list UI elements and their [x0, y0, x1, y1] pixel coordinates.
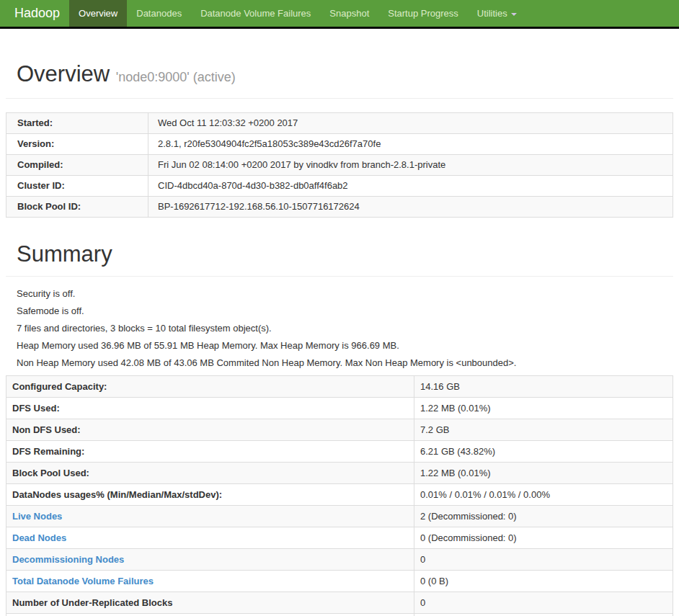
summary-line-4: Non Heap Memory used 42.08 MB of 43.06 M…: [17, 358, 673, 367]
nav-link-snapshot[interactable]: Snapshot: [320, 0, 378, 27]
table-row-dfs-remaining: DFS Remaining:6.21 GB (43.82%): [6, 441, 673, 463]
nav-label: Datanodes: [136, 8, 182, 19]
row-label: Number of Under-Replicated Blocks: [6, 592, 414, 614]
table-row-non-dfs-used: Non DFS Used:7.2 GB: [6, 419, 673, 441]
table-row-number-of-under-replicated-blocks: Number of Under-Replicated Blocks0: [6, 592, 673, 614]
row-label: Started:: [6, 113, 148, 134]
row-label: Live Nodes: [6, 506, 414, 527]
row-value: CID-4dbcd40a-870d-4d30-b382-db0aff4f6ab2: [148, 176, 673, 197]
row-value: 1.22 MB (0.01%): [414, 398, 673, 419]
row-value: 7.2 GB: [414, 419, 673, 441]
nav-item-startup-progress[interactable]: Startup Progress: [378, 0, 468, 27]
nav-label: Snapshot: [329, 8, 369, 19]
row-value: 0: [414, 549, 673, 571]
row-value: 0 (0 B): [414, 571, 673, 592]
row-value: 0: [414, 614, 673, 616]
summary-table: Configured Capacity:14.16 GBDFS Used:1.2…: [6, 375, 673, 616]
nav-label: Overview: [79, 8, 117, 19]
namenode-info-table-body: Started:Wed Oct 11 12:03:32 +0200 2017Ve…: [6, 113, 673, 218]
brand-hadoop[interactable]: Hadoop: [5, 0, 69, 27]
row-value: 6.21 GB (43.82%): [414, 441, 673, 463]
nav-link-startup-progress[interactable]: Startup Progress: [378, 0, 468, 27]
row-value: Fri Jun 02 08:14:00 +0200 2017 by vinodk…: [148, 155, 673, 176]
table-row-compiled: Compiled:Fri Jun 02 08:14:00 +0200 2017 …: [6, 155, 673, 176]
namenode-address: 'node0:9000' (active): [116, 70, 236, 84]
row-value: 0.01% / 0.01% / 0.01% / 0.00%: [414, 484, 673, 506]
row-label: Block Pool Used:: [6, 463, 414, 484]
table-row-configured-capacity: Configured Capacity:14.16 GB: [6, 376, 673, 398]
table-row-dfs-used: DFS Used:1.22 MB (0.01%): [6, 398, 673, 419]
row-value: 2 (Decommissioned: 0): [414, 506, 673, 527]
row-value: 14.16 GB: [414, 376, 673, 398]
nav-link-utilities[interactable]: Utilities: [468, 0, 526, 27]
nav-link-datanodes[interactable]: Datanodes: [127, 0, 191, 27]
summary-table-body: Configured Capacity:14.16 GBDFS Used:1.2…: [6, 376, 673, 616]
row-label: Cluster ID:: [6, 176, 148, 197]
decommissioning-nodes-link[interactable]: Decommissioning Nodes: [12, 554, 124, 565]
summary-title: Summary: [17, 242, 673, 267]
summary-text-block: Security is off.Safemode is off.7 files …: [6, 289, 673, 367]
row-label: DFS Used:: [6, 398, 414, 419]
row-label: Decommissioning Nodes: [6, 549, 414, 571]
table-row-block-pool-used: Block Pool Used:1.22 MB (0.01%): [6, 463, 673, 484]
row-label: DataNodes usages% (Min/Median/Max/stdDev…: [6, 484, 414, 506]
nav-label: Startup Progress: [388, 8, 458, 19]
summary-line-3: Heap Memory used 36.96 MB of 55.91 MB He…: [17, 341, 673, 350]
page-title-text: Overview: [17, 61, 110, 86]
table-row-started: Started:Wed Oct 11 12:03:32 +0200 2017: [6, 113, 673, 134]
nav-item-overview[interactable]: Overview: [69, 0, 127, 27]
table-row-decommissioning-nodes: Decommissioning Nodes0: [6, 549, 673, 571]
namenode-info-table: Started:Wed Oct 11 12:03:32 +0200 2017Ve…: [6, 112, 673, 218]
navbar-menu: OverviewDatanodesDatanode Volume Failure…: [69, 0, 526, 27]
table-row-cluster-id: Cluster ID:CID-4dbcd40a-870d-4d30-b382-d…: [6, 176, 673, 197]
table-row-live-nodes: Live Nodes2 (Decommissioned: 0): [6, 506, 673, 527]
summary-line-2: 7 files and directories, 3 blocks = 10 t…: [17, 323, 673, 333]
row-label: Configured Capacity:: [6, 376, 414, 398]
row-label: Block Pool ID:: [6, 197, 148, 218]
table-row-total-datanode-volume-failures: Total Datanode Volume Failures0 (0 B): [6, 571, 673, 592]
page-title: Overview 'node0:9000' (active): [17, 62, 673, 89]
table-row-datanodes-usages-min-median-max-stddev: DataNodes usages% (Min/Median/Max/stdDev…: [6, 484, 673, 506]
table-row-dead-nodes: Dead Nodes0 (Decommissioned: 0): [6, 527, 673, 549]
nav-item-snapshot[interactable]: Snapshot: [320, 0, 378, 27]
nav-label: Utilities: [477, 8, 507, 19]
dead-nodes-link[interactable]: Dead Nodes: [12, 532, 66, 543]
row-label: Compiled:: [6, 155, 148, 176]
live-nodes-link[interactable]: Live Nodes: [12, 511, 62, 522]
nav-item-datanode-volume-failures[interactable]: Datanode Volume Failures: [191, 0, 320, 27]
row-value: Wed Oct 11 12:03:32 +0200 2017: [148, 113, 673, 134]
row-label: Total Datanode Volume Failures: [6, 571, 414, 592]
row-value: 2.8.1, r20fe5304904fc2f5a18053c389e43cd2…: [148, 134, 673, 155]
overview-header: Overview 'node0:9000' (active): [6, 62, 673, 99]
table-row-number-of-blocks-pending-deletion: Number of Blocks Pending Deletion0: [6, 614, 673, 616]
summary-line-1: Safemode is off.: [17, 306, 673, 316]
row-value: 0: [414, 592, 673, 614]
row-value: 0 (Decommissioned: 0): [414, 527, 673, 549]
row-label: DFS Remaining:: [6, 441, 414, 463]
row-value: BP-1692617712-192.168.56.10-150771617262…: [148, 197, 673, 218]
row-label: Version:: [6, 134, 148, 155]
table-row-version: Version:2.8.1, r20fe5304904fc2f5a18053c3…: [6, 134, 673, 155]
table-row-block-pool-id: Block Pool ID:BP-1692617712-192.168.56.1…: [6, 197, 673, 218]
main-content: Overview 'node0:9000' (active) Started:W…: [0, 62, 679, 616]
row-label: Number of Blocks Pending Deletion: [6, 614, 414, 616]
nav-label: Datanode Volume Failures: [200, 8, 311, 19]
nav-link-datanode-volume-failures[interactable]: Datanode Volume Failures: [191, 0, 320, 27]
total-datanode-volume-failures-link[interactable]: Total Datanode Volume Failures: [12, 576, 154, 586]
summary-line-0: Security is off.: [17, 289, 673, 298]
row-label: Non DFS Used:: [6, 419, 414, 441]
nav-link-overview[interactable]: Overview: [69, 0, 127, 27]
chevron-down-icon: [511, 13, 517, 16]
row-label: Dead Nodes: [6, 527, 414, 549]
navbar: Hadoop OverviewDatanodesDatanode Volume …: [0, 0, 679, 29]
summary-header: Summary: [6, 242, 673, 277]
nav-item-utilities[interactable]: Utilities: [468, 0, 526, 27]
nav-item-datanodes[interactable]: Datanodes: [127, 0, 191, 27]
row-value: 1.22 MB (0.01%): [414, 463, 673, 484]
